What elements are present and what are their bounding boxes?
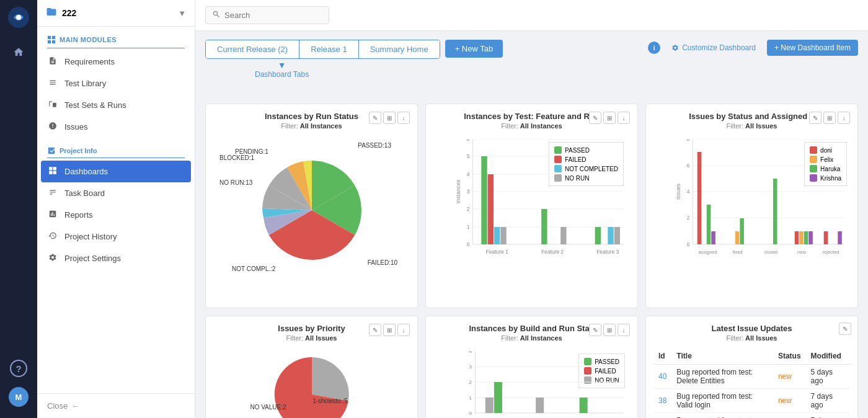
tab-current-release[interactable]: Current Release (2) [206, 40, 299, 58]
sidebar-item-requirements[interactable]: Requirements [37, 51, 195, 73]
sidebar-item-dashboards[interactable]: Dashboards [41, 161, 191, 182]
svg-text:0: 0 [687, 241, 690, 247]
svg-rect-71 [808, 231, 813, 244]
main-modules-divider [47, 48, 185, 48]
requirements-icon [47, 56, 58, 67]
sidebar-item-project-settings[interactable]: Project Settings [37, 247, 195, 269]
tab-summary-home[interactable]: Summary Home [359, 40, 440, 58]
chart-header-4: Issues by Priority Filter: All Issues ✎ … [213, 324, 410, 342]
svg-text:1: 1 [467, 224, 470, 230]
svg-rect-65 [773, 179, 777, 244]
sidebar-item-test-sets[interactable]: Test Sets & Runs [37, 94, 195, 116]
sidebar-item-project-history[interactable]: Project History [37, 226, 195, 247]
chart-print-btn-4[interactable]: ⊞ [383, 324, 396, 336]
pie-label-notcompl: NOT COMPL.:2 [232, 265, 275, 272]
search-input[interactable] [224, 11, 311, 20]
chart-edit-btn-1[interactable]: ✎ [369, 112, 381, 124]
chart-download-btn-5[interactable]: ↓ [618, 324, 630, 336]
sidebar-item-task-board[interactable]: Task Board [37, 182, 195, 204]
dashboard-actions: i Customize Dashboard + New Dashboard It… [648, 40, 858, 56]
close-arrow-icon: ← [71, 401, 79, 411]
svg-text:2: 2 [467, 206, 470, 212]
chart-print-btn-5[interactable]: ⊞ [603, 324, 616, 336]
col-id: Id [653, 348, 671, 365]
issue-id[interactable]: 40 [653, 365, 671, 389]
issue-modified: 5 days ago [806, 365, 850, 389]
chart-download-btn-1[interactable]: ↓ [397, 112, 410, 124]
svg-rect-2 [48, 36, 51, 39]
chart-download-btn-2[interactable]: ↓ [618, 112, 630, 124]
project-info-divider [47, 158, 185, 158]
chart-latest-issues: ✎ Latest Issue Updates Filter: All Issue… [645, 316, 858, 418]
svg-rect-53 [698, 152, 702, 244]
pie-chart-4: NO VALUE:2 1-showsto.:5 [213, 348, 410, 418]
sidebar-item-test-library[interactable]: Test Library [37, 73, 195, 94]
svg-rect-73 [824, 231, 828, 244]
svg-rect-8 [49, 171, 52, 174]
project-dropdown-icon[interactable]: ▼ [178, 9, 186, 18]
col-title: Title [671, 348, 773, 365]
svg-text:6: 6 [467, 139, 470, 142]
pie-label-showstopper: 1-showsto.:5 [312, 398, 348, 404]
svg-rect-56 [711, 231, 715, 244]
chart-header-2: Instances by Test: Feature and Run Filte… [433, 112, 630, 130]
svg-rect-9 [53, 171, 56, 174]
topbar [195, 0, 868, 31]
chart-edit-btn-2[interactable]: ✎ [589, 112, 601, 124]
sidebar-item-issues[interactable]: Issues [37, 116, 195, 138]
table-row: 37 Bug reported from test: BDD - Login n… [653, 413, 850, 419]
test-library-icon [47, 78, 58, 89]
info-icon[interactable]: i [648, 42, 660, 54]
svg-text:3: 3 [467, 189, 470, 195]
svg-rect-34 [560, 227, 566, 244]
chart-print-btn-2[interactable]: ⊞ [603, 112, 616, 124]
home-rail-icon[interactable] [7, 41, 30, 63]
new-dashboard-item-button[interactable]: + New Dashboard Item [767, 40, 858, 56]
bar-chart-3: doni Felix Haruka Krishna 0 2 [653, 136, 850, 285]
svg-rect-36 [595, 227, 601, 244]
svg-text:0: 0 [469, 410, 472, 416]
project-settings-label: Project Settings [64, 254, 121, 263]
svg-rect-6 [49, 167, 52, 170]
col-modified: Modified [806, 348, 850, 365]
project-info-section: Project Info [37, 138, 195, 158]
chart-print-btn-3[interactable]: ⊞ [823, 112, 836, 124]
close-sidebar[interactable]: Close ← [37, 393, 195, 418]
sidebar-item-reports[interactable]: Reports [37, 204, 195, 226]
issue-status: new [773, 389, 806, 413]
latest-issues-edit-btn[interactable]: ✎ [839, 322, 851, 335]
sidebar: 222 ▼ Main Modules Requirements Test Lib… [37, 0, 195, 418]
search-box[interactable] [205, 6, 329, 24]
dashboard-area: Current Release (2) Release 1 Summary Ho… [195, 31, 868, 418]
chart-download-btn-4[interactable]: ↓ [397, 324, 410, 336]
issue-id[interactable]: 37 [653, 413, 671, 419]
pie-chart-container: PASSED:13 FAILED:10 NOT COMPL.:2 NO RUN:… [213, 136, 410, 285]
reports-label: Reports [64, 210, 93, 220]
svg-text:4: 4 [467, 171, 470, 177]
chart-edit-btn-5[interactable]: ✎ [589, 324, 601, 336]
svg-text:closed: closed [764, 249, 777, 255]
help-rail-icon[interactable]: ? [10, 360, 27, 377]
svg-rect-27 [488, 174, 494, 244]
issue-id[interactable]: 38 [653, 389, 671, 413]
svg-text:2: 2 [687, 215, 690, 221]
svg-text:assigned: assigned [699, 249, 717, 255]
chart-print-btn-1[interactable]: ⊞ [383, 112, 396, 124]
tab-release-1[interactable]: Release 1 [299, 40, 359, 58]
svg-text:0: 0 [467, 241, 470, 247]
issue-status: new [773, 365, 806, 389]
chart-edit-btn-3[interactable]: ✎ [809, 112, 822, 124]
new-tab-button[interactable]: + New Tab [445, 40, 503, 58]
issue-title: Bug reported from test: Valid login [671, 389, 773, 413]
chart-edit-btn-4[interactable]: ✎ [369, 324, 381, 336]
svg-rect-39 [614, 227, 620, 244]
svg-rect-3 [52, 36, 55, 39]
customize-dashboard-button[interactable]: Customize Dashboard [666, 40, 761, 55]
chart-download-btn-3[interactable]: ↓ [838, 112, 850, 124]
app-logo[interactable] [7, 6, 30, 29]
svg-text:2: 2 [469, 379, 472, 385]
svg-rect-28 [494, 227, 500, 244]
svg-text:4: 4 [469, 351, 472, 354]
test-sets-label: Test Sets & Runs [64, 100, 126, 110]
user-avatar[interactable]: M [9, 387, 29, 407]
